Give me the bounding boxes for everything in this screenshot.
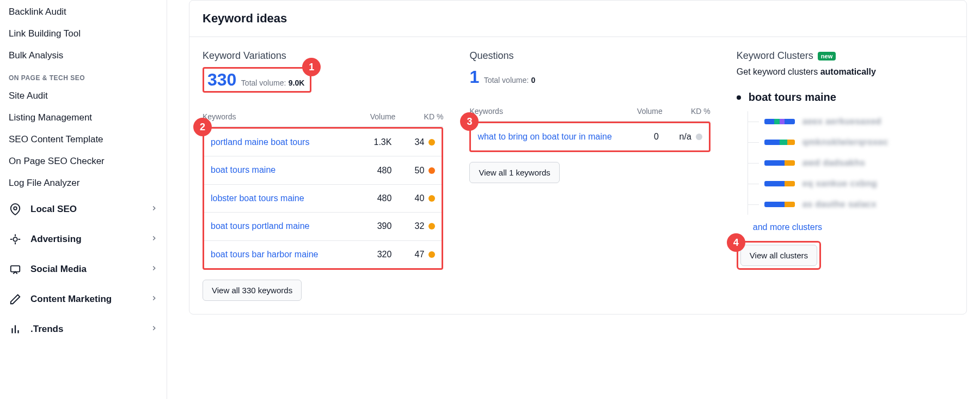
difficulty-dot-icon (428, 139, 435, 146)
chat-icon (9, 263, 22, 275)
clusters-lead-pre: Get keyword clusters (737, 67, 820, 76)
sidebar-link-listing-mgmt[interactable]: Listing Management (0, 107, 167, 129)
cluster-item[interactable]: eq xankue cxbng (748, 173, 953, 194)
col-keywords: Keywords (203, 112, 347, 121)
chevron-right-icon (150, 234, 158, 245)
sidebar: Backlink Audit Link Building Tool Bulk A… (0, 0, 167, 399)
sidebar-cat-trends[interactable]: .Trends (0, 314, 167, 344)
pencil-icon (9, 293, 22, 305)
questions-total-value: 0 (531, 76, 536, 84)
variations-total-label: Total volume: (241, 78, 286, 87)
annotation-2: 2 (193, 118, 212, 136)
sidebar-link-onpage-checker[interactable]: On Page SEO Checker (0, 150, 167, 172)
annotation-4: 4 (727, 233, 745, 252)
cluster-bar-icon (764, 181, 795, 186)
cluster-item[interactable]: as dauthe salacx (748, 194, 953, 215)
cluster-head-text: boat tours maine (749, 91, 836, 104)
keyword-link[interactable]: portland maine boat tours (211, 137, 309, 147)
target-icon (9, 233, 22, 245)
sidebar-cat-label: Local SEO (30, 204, 77, 215)
keyword-link[interactable]: boat tours portland maine (211, 221, 309, 231)
cluster-bar-icon (764, 140, 795, 145)
sidebar-cat-label: Content Marketing (30, 294, 112, 305)
annotation-1: 1 (302, 58, 321, 76)
col-keywords: Keywords (469, 107, 614, 116)
chevron-right-icon (150, 264, 158, 275)
cluster-item-text: eq xankue cxbng (803, 179, 877, 189)
volume-cell: 480 (348, 194, 391, 203)
pin-icon (9, 203, 22, 215)
chevron-right-icon (150, 204, 158, 215)
difficulty-dot-icon (428, 167, 435, 174)
svg-point-1 (13, 237, 17, 241)
cluster-item[interactable]: qmknsklwierqroxec (748, 132, 953, 153)
volume-cell: 1.3K (348, 137, 391, 147)
sidebar-cat-local-seo[interactable]: Local SEO (0, 194, 167, 224)
clusters-lead: Get keyword clusters automatically (737, 67, 953, 77)
variations-count: 330 (207, 70, 236, 89)
bullet-icon (737, 95, 741, 100)
bars-icon (9, 323, 22, 335)
variations-summary: 1 330 Total volume: 9.0K (203, 67, 311, 93)
card-title: Keyword ideas (189, 1, 966, 37)
sidebar-cat-social[interactable]: Social Media (0, 254, 167, 284)
cluster-item-text: qmknsklwierqroxec (803, 137, 889, 147)
kd-cell: 47 (391, 250, 435, 259)
difficulty-dot-icon (428, 251, 435, 258)
sidebar-cat-content[interactable]: Content Marketing (0, 284, 167, 314)
clusters-btn-outline: View all clusters (737, 241, 821, 270)
col-volume: Volume (347, 112, 395, 121)
variations-table: 2 portland maine boat tours 1.3K 34 boat… (203, 127, 443, 270)
volume-cell: 0 (615, 132, 659, 142)
keyword-link[interactable]: lobster boat tours maine (211, 194, 304, 203)
cluster-item[interactable]: aeex aerkuesaxed (748, 111, 953, 132)
col-kd: KD % (663, 107, 710, 116)
view-all-clusters-button[interactable]: View all clusters (740, 245, 817, 266)
view-all-questions-button[interactable]: View all 1 keywords (469, 162, 559, 183)
cluster-bar-icon (764, 119, 795, 124)
table-row: portland maine boat tours 1.3K 34 (204, 129, 442, 156)
questions-section: Questions 1 Total volume: 0 Keywords Vol… (469, 50, 710, 183)
sidebar-cat-label: Advertising (30, 234, 82, 245)
cluster-item-text: as dauthe salacx (803, 200, 877, 209)
difficulty-dot-icon (696, 134, 702, 140)
sidebar-group-onpage: ON PAGE & TECH SEO (0, 66, 167, 85)
volume-cell: 480 (348, 166, 391, 176)
difficulty-dot-icon (428, 223, 435, 229)
clusters-section: Keyword Clusters new Get keyword cluster… (737, 50, 953, 270)
sidebar-link-seo-template[interactable]: SEO Content Template (0, 129, 167, 150)
volume-cell: 320 (348, 250, 391, 259)
sidebar-link-link-building[interactable]: Link Building Tool (0, 23, 167, 45)
sidebar-cat-advertising[interactable]: Advertising (0, 224, 167, 254)
clusters-title-text: Keyword Clusters (737, 50, 813, 62)
questions-title: Questions (469, 50, 710, 62)
cluster-bar-icon (764, 202, 795, 207)
kd-cell: 50 (391, 166, 435, 176)
cluster-head[interactable]: boat tours maine (737, 91, 953, 104)
col-kd: KD % (395, 112, 443, 121)
table-row: lobster boat tours maine 480 40 (204, 185, 442, 213)
clusters-title: Keyword Clusters new (737, 50, 953, 62)
variations-section: Keyword Variations 1 330 Total volume: 9… (203, 50, 443, 301)
svg-point-0 (14, 207, 17, 210)
table-row: boat tours bar harbor maine 320 47 (204, 241, 442, 268)
view-all-variations-button[interactable]: View all 330 keywords (203, 280, 302, 301)
table-row: boat tours portland maine 390 32 (204, 213, 442, 240)
cluster-item[interactable]: awd dadsakhs (748, 153, 953, 173)
col-volume: Volume (615, 107, 663, 116)
kd-cell: 32 (391, 221, 435, 231)
keyword-link[interactable]: boat tours bar harbor maine (211, 250, 318, 259)
sidebar-link-bulk-analysis[interactable]: Bulk Analysis (0, 45, 167, 66)
keyword-link[interactable]: what to bring on boat tour in maine (477, 132, 611, 141)
variations-title: Keyword Variations (203, 50, 443, 62)
sidebar-link-log-analyzer[interactable]: Log File Analyzer (0, 172, 167, 194)
keyword-ideas-card: Keyword ideas Keyword Variations 1 330 T… (189, 0, 967, 315)
cluster-bar-icon (764, 160, 795, 166)
svg-rect-6 (11, 266, 20, 272)
sidebar-link-site-audit[interactable]: Site Audit (0, 85, 167, 107)
keyword-link[interactable]: boat tours maine (211, 165, 275, 174)
more-clusters-link[interactable]: and more clusters (737, 219, 953, 232)
variations-total-value: 9.0K (289, 78, 305, 87)
sidebar-link-backlink-audit[interactable]: Backlink Audit (0, 1, 167, 23)
cluster-list: aeex aerkuesaxed qmknsklwierqroxec awd d… (748, 111, 953, 215)
